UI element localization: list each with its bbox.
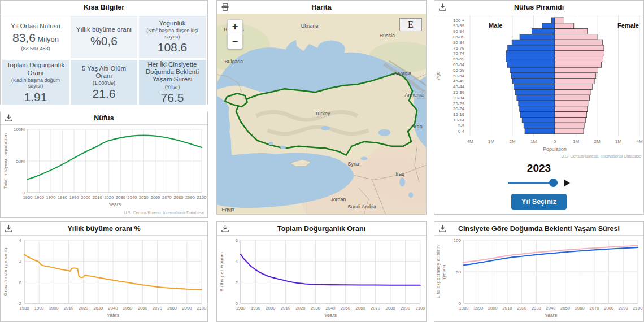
svg-text:2: 2 (19, 259, 22, 264)
svg-text:2040: 2040 (546, 306, 556, 311)
growth-chart-header: Yıllık büyüme oranı % (1, 222, 207, 236)
svg-text:Years: Years (545, 312, 558, 318)
life-expectancy-chart-panel: Cinsiyete Göre Doğumda Beklenti Yaşam Sü… (434, 221, 644, 322)
svg-text:100M: 100M (14, 127, 25, 132)
svg-text:2060: 2060 (356, 306, 365, 311)
quick-fact-cell-1: Yıllık büyüme oranı%0,6 (71, 16, 137, 58)
svg-text:2080: 2080 (167, 306, 177, 311)
fertility-chart-title: Toplam Doğurganlık Oranı (277, 225, 365, 233)
svg-text:2000: 2000 (81, 195, 90, 200)
svg-text:Population: Population (543, 146, 567, 152)
svg-text:2100: 2100 (197, 195, 207, 200)
quick-fact-label: Her İki Cinsiyette Doğumda Beklenti Yaşa… (142, 61, 203, 84)
quick-fact-cell-2: Yoğunluk(Km² başına düşen kişi sayısı)10… (139, 16, 206, 58)
svg-text:2050: 2050 (560, 306, 570, 311)
svg-text:2010: 2010 (503, 306, 512, 311)
population-pyramid: 100 +95-9990-9485-8980-8475-7970-7465-69… (434, 14, 643, 159)
svg-text:2000: 2000 (266, 306, 276, 311)
svg-text:Births per woman: Births per woman (219, 252, 224, 291)
play-button[interactable] (564, 180, 570, 186)
quick-fact-label: 5 Yaş Altı Ölüm Oranı (73, 65, 134, 80)
svg-text:1980: 1980 (58, 195, 67, 200)
svg-text:2070: 2070 (162, 195, 172, 200)
svg-text:50: 50 (456, 269, 461, 275)
download-icon[interactable] (5, 114, 13, 122)
download-icon[interactable] (5, 224, 13, 233)
map-label-iraq: Iraq (396, 171, 404, 177)
year-slider-thumb[interactable] (549, 179, 558, 187)
svg-text:50M: 50M (16, 159, 25, 164)
map-label-saudi-arabia: Saudi Arabia (347, 204, 376, 210)
map-header: Harita (217, 1, 426, 14)
svg-text:2020: 2020 (296, 306, 306, 311)
print-icon[interactable] (221, 3, 229, 11)
svg-text:10-14: 10-14 (453, 118, 465, 123)
quick-facts-header: Kısa Bilgiler (1, 1, 207, 14)
svg-text:Growth rate (percent): Growth rate (percent) (3, 247, 8, 297)
map-label-syria: Syria (347, 161, 359, 167)
svg-text:100 +: 100 + (453, 18, 464, 23)
quick-fact-value: 1.91 (24, 90, 47, 104)
svg-text:1970: 1970 (46, 195, 56, 200)
zoom-in-button[interactable]: + (228, 20, 242, 34)
svg-text:40-44: 40-44 (453, 84, 465, 89)
svg-text:Female: Female (617, 22, 639, 29)
map-canvas[interactable]: RomaniaUkraineRussiaBulgariaGeorgiaArmen… (217, 14, 426, 214)
svg-text:2030: 2030 (311, 306, 320, 311)
svg-text:5-9: 5-9 (458, 123, 464, 128)
svg-text:2090: 2090 (619, 306, 628, 311)
map-label-jordan: Jordan (330, 197, 346, 202)
population-chart: 050M100M19501960197019801990200020102020… (1, 125, 207, 218)
pyramid-title: Nüfus Piramidi (514, 3, 564, 11)
map-label-russia: Russia (380, 33, 395, 38)
growth-chart-title: Yıllık büyüme oranı % (67, 225, 140, 233)
svg-text:25-29: 25-29 (453, 101, 464, 106)
population-chart-panel: Nüfus 050M100M19501960197019801990200020… (0, 111, 208, 218)
svg-text:0: 0 (554, 139, 556, 144)
zoom-out-button[interactable]: − (228, 34, 242, 49)
svg-text:50-54: 50-54 (453, 73, 465, 79)
svg-text:2060: 2060 (575, 306, 585, 311)
svg-text:U.S. Census Bureau, Internatio: U.S. Census Bureau, International Databa… (561, 154, 641, 159)
svg-text:2010: 2010 (281, 306, 290, 311)
download-icon[interactable] (438, 224, 447, 233)
svg-text:1990: 1990 (473, 306, 483, 311)
svg-text:2100: 2100 (197, 306, 207, 311)
quick-facts-panel: Kısa Bilgiler Yıl Ortası Nüfusu83,6 Mily… (0, 0, 208, 105)
svg-text:Years: Years (107, 312, 120, 318)
growth-chart-panel: Yıllık büyüme oranı % -20241980199020002… (0, 221, 208, 322)
svg-text:1990: 1990 (69, 195, 79, 200)
svg-text:85-89: 85-89 (453, 34, 464, 40)
svg-text:90-94: 90-94 (453, 29, 465, 34)
quick-fact-value: 108.6 (158, 41, 188, 54)
map-title: Harita (311, 3, 331, 11)
quick-fact-cell-0: Yıl Ortası Nüfusu83,6 Milyon(83.593.483) (2, 16, 69, 58)
quick-facts-grid: Yıl Ortası Nüfusu83,6 Milyon(83.593.483)… (1, 14, 207, 105)
svg-text:1980: 1980 (20, 306, 29, 311)
svg-text:U.S. Census Bureau, Internatio: U.S. Census Bureau, International Databa… (124, 210, 204, 215)
svg-text:4M: 4M (467, 139, 473, 144)
svg-text:2000: 2000 (49, 306, 59, 311)
fertility-chart-header: Toplam Doğurganlık Oranı (217, 222, 426, 236)
map-panel: Harita (216, 0, 427, 215)
year-slider[interactable] (508, 182, 558, 184)
svg-text:2030: 2030 (532, 306, 541, 311)
svg-text:2030: 2030 (116, 195, 125, 200)
quick-fact-cell-4: 5 Yaş Altı Ölüm Oranı(1.000'de)21.6 (71, 60, 137, 105)
quick-fact-value: 83,6 Milyon (12, 31, 59, 45)
quick-fact-cell-3: Toplam Doğurganlık Oranı(Kadın başına do… (2, 60, 69, 105)
svg-text:2090: 2090 (185, 195, 195, 200)
svg-text:Total midyear population: Total midyear population (3, 133, 8, 189)
download-icon[interactable] (438, 3, 447, 11)
svg-text:20-24: 20-24 (453, 106, 465, 111)
svg-text:80-84: 80-84 (453, 40, 465, 45)
year-select-button[interactable]: Yıl Seçiniz (511, 194, 567, 210)
svg-text:55-59: 55-59 (453, 68, 464, 73)
pyramid-panel: Nüfus Piramidi 100 +95-9990-9485-8980-84… (434, 0, 644, 215)
svg-text:2020: 2020 (79, 306, 88, 311)
map-export-button[interactable]: E (399, 18, 422, 31)
svg-text:2070: 2070 (590, 306, 599, 311)
svg-text:0: 0 (19, 280, 22, 285)
map-label-iran: Iran (414, 124, 422, 129)
download-icon[interactable] (221, 224, 229, 233)
